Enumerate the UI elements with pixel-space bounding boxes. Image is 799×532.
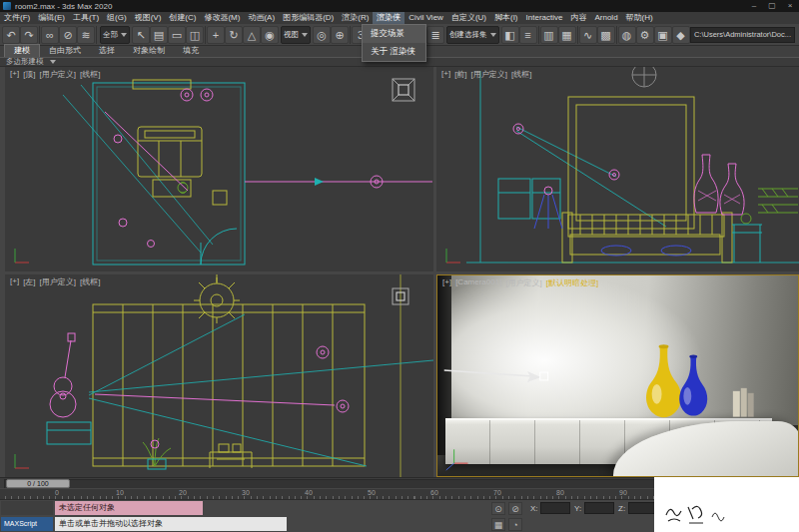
rectangular-selection-region-icon[interactable]: ▭ xyxy=(168,26,186,44)
viewport-view-menu[interactable]: [前] xyxy=(454,69,466,80)
tab-populate[interactable]: 填充 xyxy=(174,45,208,57)
viewport-style-menu[interactable]: [用户定义] xyxy=(40,69,76,80)
ceiling-lamp-wireframe[interactable] xyxy=(194,274,240,323)
tab-modeling[interactable]: 建模 xyxy=(4,44,40,57)
left-viewport-canvas[interactable] xyxy=(5,274,433,477)
viewport-view-menu[interactable]: [顶] xyxy=(23,69,35,80)
menu-customize[interactable]: 自定义(U) xyxy=(447,12,490,24)
guitar-wireframe[interactable] xyxy=(50,333,76,417)
front-viewport-canvas[interactable] xyxy=(436,67,799,271)
plant-wireframe[interactable] xyxy=(143,438,171,469)
light-target-line[interactable] xyxy=(245,176,432,188)
viewport-shading-menu[interactable]: [线框] xyxy=(80,276,100,287)
about-plugin-menu-item[interactable]: 关于 渲染侠 xyxy=(363,43,425,61)
window-crossing-icon[interactable]: ◫ xyxy=(186,26,204,44)
menu-civil-view[interactable]: Civil View xyxy=(404,12,447,24)
curve-editor-icon[interactable]: ∿ xyxy=(579,26,597,44)
reference-coordinate-dropdown[interactable]: 视图 xyxy=(281,26,311,44)
camera-viewport-canvas[interactable] xyxy=(437,275,798,476)
submit-scene-menu-item[interactable]: 提交场景 xyxy=(363,25,425,43)
viewport-style-menu[interactable]: [用户定义] xyxy=(40,276,76,287)
light-helpers[interactable] xyxy=(95,346,349,448)
gizmo-helper[interactable] xyxy=(393,79,414,101)
room-outline[interactable] xyxy=(93,83,245,265)
menu-create[interactable]: 创建(C) xyxy=(165,12,200,24)
select-and-rotate-icon[interactable]: ↻ xyxy=(225,26,243,44)
tab-selection[interactable]: 选择 xyxy=(90,45,124,57)
rendered-frame-icon[interactable]: ▣ xyxy=(654,26,672,44)
menu-render-plugin[interactable]: 渲染侠 xyxy=(373,12,404,24)
menu-animation[interactable]: 动画(A) xyxy=(244,12,279,24)
bind-to-space-warp-icon[interactable]: ≋ xyxy=(77,26,95,44)
books[interactable] xyxy=(733,388,754,417)
menu-graph-editors[interactable]: 图形编辑器(D) xyxy=(279,12,338,24)
grid-settings-icon[interactable]: ▦ xyxy=(491,518,505,531)
menu-tools[interactable]: 工具(T) xyxy=(69,12,103,24)
boxes-wireframe[interactable] xyxy=(498,179,560,219)
tab-object-paint[interactable]: 对象绘制 xyxy=(124,45,174,57)
menu-views[interactable]: 视图(V) xyxy=(131,12,166,24)
wardrobe-wireframe[interactable] xyxy=(93,274,400,477)
selection-filter-dropdown[interactable]: 全部 xyxy=(100,26,130,44)
viewport-menu-plus[interactable]: [+] xyxy=(10,69,19,80)
named-selection-sets-dropdown[interactable]: 创建选择集 xyxy=(446,26,499,44)
render-icon[interactable]: ◆ xyxy=(672,26,690,44)
viewport-view-menu[interactable]: [左] xyxy=(23,276,35,287)
viewport-shading-menu[interactable]: [线框] xyxy=(511,69,531,80)
viewport-shading-menu[interactable]: [默认明暗处理] xyxy=(546,277,598,288)
plant-top-wireframe[interactable] xyxy=(178,183,188,194)
use-pivot-center-icon[interactable]: ◎ xyxy=(313,26,331,44)
menu-edit[interactable]: 编辑(E) xyxy=(34,12,69,24)
viewport-style-menu[interactable]: [用户定义] xyxy=(505,277,541,288)
menu-group[interactable]: 组(G) xyxy=(103,12,131,24)
viewport-style-menu[interactable]: [用户定义] xyxy=(471,69,507,80)
yellow-vase[interactable] xyxy=(646,344,681,417)
y-coordinate-field[interactable] xyxy=(584,502,614,514)
time-slider-handle[interactable]: 0 / 100 xyxy=(6,479,70,488)
menu-rendering[interactable]: 渲染(R) xyxy=(338,12,373,24)
project-path-field[interactable]: C:\Users\Administrator\Doc... xyxy=(690,27,795,43)
dope-sheet-icon[interactable]: ▩ xyxy=(597,26,615,44)
select-and-link-icon[interactable]: ∞ xyxy=(41,26,59,44)
viewport-top[interactable]: [+] [顶] [用户定义] [线框] xyxy=(5,67,433,271)
select-by-name-icon[interactable]: ▤ xyxy=(150,26,168,44)
sofa-top-wireframe[interactable] xyxy=(133,80,227,205)
selection-lock-icon[interactable]: ⊘ xyxy=(508,502,522,515)
viewport-shading-menu[interactable]: [线框] xyxy=(80,69,100,80)
redo-icon[interactable]: ↷ xyxy=(20,26,38,44)
menu-help[interactable]: 帮助(H) xyxy=(622,12,657,24)
select-and-scale-icon[interactable]: △ xyxy=(243,26,261,44)
render-setup-icon[interactable]: ⚙ xyxy=(636,26,654,44)
viewport-view-menu[interactable]: [Camera001] xyxy=(455,277,501,288)
menu-interactive[interactable]: Interactive xyxy=(522,12,567,24)
vases-wireframe[interactable] xyxy=(694,155,744,215)
ceiling-light-helper[interactable] xyxy=(632,67,656,87)
select-and-place-icon[interactable]: ◉ xyxy=(261,26,279,44)
viewport-menu-plus[interactable]: [+] xyxy=(10,276,19,287)
bench-wireframe[interactable] xyxy=(210,444,252,468)
guitar-case-wireframe[interactable] xyxy=(47,422,91,444)
top-viewport-canvas[interactable] xyxy=(5,67,433,271)
viewport-left[interactable]: [+] [左] [用户定义] [线框] xyxy=(5,274,433,477)
menu-file[interactable]: 文件(F) xyxy=(0,12,34,24)
menu-modifiers[interactable]: 修改器(M) xyxy=(200,12,244,24)
tab-freeform[interactable]: 自由形式 xyxy=(40,45,90,57)
viewport-menu-plus[interactable]: [+] xyxy=(441,69,450,80)
layer-explorer-icon[interactable]: ▦ xyxy=(558,26,576,44)
viewport-camera[interactable]: [+] [Camera001] [用户定义] [默认明暗处理] xyxy=(436,274,799,477)
select-and-manipulate-icon[interactable]: ⊕ xyxy=(331,26,349,44)
minimize-button[interactable]: – xyxy=(745,0,763,12)
undo-icon[interactable]: ↶ xyxy=(2,26,20,44)
isolate-selection-icon[interactable]: ⊙ xyxy=(491,502,505,515)
align-icon[interactable]: ≡ xyxy=(519,26,537,44)
viewport-menu-plus[interactable]: [+] xyxy=(442,277,451,288)
material-editor-icon[interactable]: ◍ xyxy=(618,26,636,44)
menu-scripting[interactable]: 脚本(I) xyxy=(490,12,522,24)
scene-explorer-icon[interactable]: ▥ xyxy=(540,26,558,44)
close-button[interactable]: × xyxy=(781,0,799,12)
mirror-icon[interactable]: ◧ xyxy=(501,26,519,44)
menu-content[interactable]: 内容 xyxy=(566,12,590,24)
shelf-wireframe[interactable] xyxy=(741,189,798,224)
light-helpers[interactable] xyxy=(513,124,619,195)
x-coordinate-field[interactable] xyxy=(540,502,570,514)
